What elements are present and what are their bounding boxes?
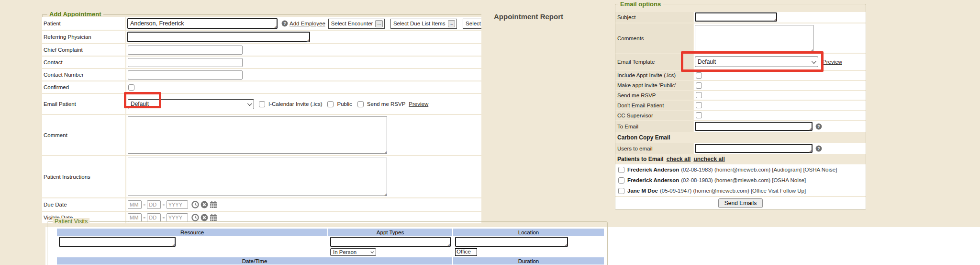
patient-email-checkbox[interactable] <box>618 177 624 184</box>
uncheck-all-link[interactable]: uncheck all <box>693 156 724 162</box>
users-to-email-input[interactable] <box>695 144 813 153</box>
comment-textarea[interactable] <box>128 116 387 154</box>
icalendar-invite-checkbox[interactable] <box>259 101 265 107</box>
select-due-list-items-button[interactable]: Select Due List Items ... <box>390 19 457 29</box>
send-emails-button[interactable]: Send Emails <box>718 198 763 208</box>
email-template-value: Default <box>698 58 716 65</box>
yyyy-placeholder: YYYY <box>168 202 182 207</box>
email-patient-template-select[interactable]: Default <box>128 99 254 109</box>
patient-email-row: Frederick Anderson (02-08-1983) (horner@… <box>615 164 866 175</box>
visible-date-dd-input[interactable]: DD <box>147 213 161 222</box>
send-me-rsvp-checkbox[interactable] <box>357 101 364 107</box>
patient-instructions-label: Patient Instructions <box>42 156 125 197</box>
duration-column-header: Duration <box>453 257 604 265</box>
patients-to-email-section-header: Patients to Email check all uncheck all <box>615 155 866 163</box>
referring-physician-row: Referring Physician <box>42 31 481 43</box>
select-encounter-button[interactable]: Select Encounter ... <box>328 19 385 29</box>
patient-visits-table: Resource Appt Types Location In Person O… <box>57 229 604 265</box>
chevron-down-icon <box>812 59 816 64</box>
location-input[interactable] <box>455 237 568 247</box>
patient-input[interactable]: Anderson, Frederick <box>127 18 278 29</box>
dd-placeholder: DD <box>149 215 156 220</box>
contact-input[interactable] <box>128 58 243 67</box>
make-invite-public-label: Make appt invite 'Public' <box>615 81 693 90</box>
patient-email-checkbox[interactable] <box>618 167 624 173</box>
add-employee-link[interactable]: Add Employee <box>290 21 325 26</box>
resource-input[interactable] <box>59 237 176 247</box>
comment-label: Comment <box>42 115 125 155</box>
comments-textarea[interactable] <box>695 25 813 52</box>
subject-label: Subject <box>615 12 693 23</box>
clear-icon[interactable] <box>200 214 208 221</box>
location-suggestion[interactable]: Office <box>455 248 477 256</box>
email-patient-preview-link[interactable]: Preview <box>409 101 428 107</box>
patient-email-checkbox[interactable] <box>618 188 624 194</box>
subject-row-content <box>694 12 866 23</box>
svg-text:?: ? <box>283 21 286 26</box>
contact-row-content <box>126 57 481 68</box>
help-icon[interactable]: ? <box>281 20 288 27</box>
calendar-icon[interactable] <box>210 201 217 208</box>
location-suggestion-value: Office <box>457 249 471 254</box>
clear-icon[interactable] <box>200 201 208 208</box>
public-checkbox[interactable] <box>327 101 334 107</box>
calendar-icon[interactable] <box>210 214 217 221</box>
to-email-input[interactable] <box>695 122 813 131</box>
email-options-fieldset: Subject Comments Email Template Default … <box>615 4 866 210</box>
visible-date-yyyy-input[interactable]: YYYY <box>167 213 188 222</box>
include-appt-invite-checkbox[interactable] <box>696 72 702 79</box>
include-appt-invite-label: Include Appt Invite (.ics) <box>615 71 693 80</box>
patient-row: Patient Anderson, Frederick ? Add Employ… <box>42 17 481 30</box>
email-template-select[interactable]: Default <box>695 57 818 67</box>
svg-text:?: ? <box>817 124 820 129</box>
make-invite-public-checkbox[interactable] <box>696 82 702 89</box>
clock-icon[interactable] <box>191 214 199 221</box>
patient-details: (02-08-1983) (horner@mieweb.com) [Audiog… <box>681 167 837 173</box>
patient-instructions-row: Patient Instructions <box>42 156 481 197</box>
to-email-row-content: ? <box>694 121 866 132</box>
email-template-preview-link[interactable]: Preview <box>823 59 842 65</box>
referring-physician-input[interactable] <box>127 32 310 42</box>
carbon-copy-section-header: Carbon Copy Email <box>615 133 866 142</box>
chief-complaint-input[interactable] <box>128 46 243 55</box>
select-encounter-ellipsis-button[interactable]: ... <box>375 20 383 27</box>
patient-email-row: Jane M Doe (05-09-1947) (horner@mieweb.c… <box>615 185 866 196</box>
patient-visits-legend: Patient Visits <box>53 218 89 225</box>
patient-instructions-textarea[interactable] <box>128 158 387 196</box>
visible-date-mm-input[interactable]: MM <box>128 213 142 222</box>
confirmed-checkbox[interactable] <box>128 84 134 91</box>
confirmed-label: Confirmed <box>42 81 125 93</box>
send-me-rsvp-report-checkbox[interactable] <box>696 92 702 98</box>
patient-visits-input-row <box>57 236 604 248</box>
dont-email-patient-row: Don't Email Patient <box>615 101 866 110</box>
send-me-rsvp-content <box>694 91 866 100</box>
referring-physician-label: Referring Physician <box>42 31 125 43</box>
contact-label: Contact <box>42 57 125 68</box>
chevron-down-icon <box>370 250 374 253</box>
help-icon[interactable]: ? <box>815 145 822 152</box>
due-date-dd-input[interactable]: DD <box>147 200 161 209</box>
contact-number-input[interactable] <box>128 70 243 80</box>
due-date-mm-input[interactable]: MM <box>128 200 142 209</box>
cc-supervisor-checkbox[interactable] <box>696 112 702 118</box>
due-date-yyyy-input[interactable]: YYYY <box>167 200 188 209</box>
clock-icon[interactable] <box>191 201 199 208</box>
select-cut-button[interactable]: Select C <box>463 19 481 29</box>
select-due-list-items-ellipsis-button[interactable]: ... <box>448 20 456 27</box>
help-icon[interactable]: ? <box>815 123 822 130</box>
date-separator: - <box>162 213 165 222</box>
appt-mode-select[interactable]: In Person <box>330 248 376 256</box>
datetime-column-header: Date/Time <box>57 257 452 265</box>
appt-type-input[interactable] <box>330 237 451 247</box>
dont-email-patient-checkbox[interactable] <box>696 102 702 108</box>
patient-label: Patient <box>42 17 125 30</box>
appt-types-column-header: Appt Types <box>328 229 452 236</box>
resource-column-header: Resource <box>57 229 327 236</box>
subject-input[interactable] <box>695 12 777 22</box>
email-template-label: Email Template <box>615 54 693 70</box>
check-all-link[interactable]: check all <box>667 156 691 162</box>
chief-complaint-row-content <box>126 44 481 56</box>
referring-physician-row-content <box>126 31 481 43</box>
email-patient-row: Email Patient Default I-Calendar Invite … <box>42 94 481 114</box>
comments-row: Comments <box>615 23 866 53</box>
